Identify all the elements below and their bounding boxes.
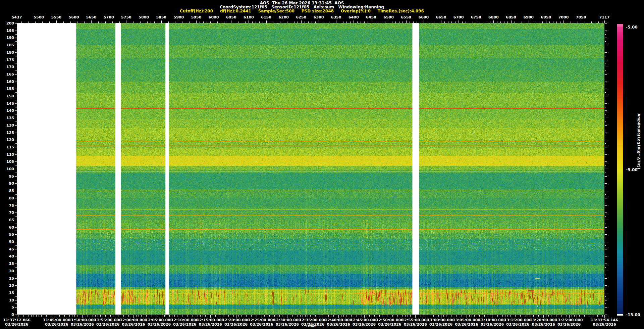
bottom-axis-minor-tick (459, 315, 459, 317)
bottom-axis-minor-tick (572, 315, 572, 317)
top-axis-label: 6300 (310, 15, 327, 19)
bottom-axis-minor-tick (279, 315, 280, 317)
bottom-axis-minor-tick (379, 315, 380, 317)
bottom-axis-minor-tick (408, 315, 408, 317)
top-axis-label: 5850 (153, 15, 170, 19)
right-axis-major-tick (605, 307, 607, 308)
bottom-axis-minor-tick (72, 315, 72, 317)
left-axis-label: 150 (0, 94, 14, 98)
bottom-axis-major-tick (82, 315, 83, 318)
time-axis-label: Time (294, 324, 327, 328)
left-axis-label: 15 (0, 291, 14, 295)
bottom-axis-minor-tick (152, 315, 152, 317)
bottom-axis-minor-tick (487, 315, 487, 317)
top-axis-major-tick (493, 20, 494, 23)
bottom-axis-minor-tick (121, 315, 121, 317)
bottom-axis-minor-tick (98, 315, 98, 317)
right-axis-minor-tick (605, 209, 606, 209)
top-axis-label: 5900 (170, 15, 187, 19)
bottom-axis-minor-tick (298, 315, 298, 317)
bottom-axis-minor-tick (456, 315, 457, 317)
left-axis-label: 20 (0, 283, 14, 288)
bottom-axis-minor-tick (272, 315, 272, 317)
right-axis-major-tick (605, 96, 607, 96)
colorbar-mid-label: -9.00 (626, 168, 638, 172)
bottom-axis-minor-tick (454, 315, 454, 317)
bottom-axis-minor-tick (341, 315, 341, 317)
left-axis-label: 95 (0, 174, 14, 179)
bottom-axis-minor-tick (331, 315, 331, 317)
right-axis-minor-tick (605, 129, 606, 129)
top-axis-major-tick (529, 20, 529, 23)
bottom-axis-minor-tick (556, 315, 556, 317)
right-axis-minor-tick (605, 187, 606, 187)
bottom-axis-major-tick (108, 315, 108, 318)
top-axis-major-tick (546, 20, 546, 23)
top-axis-major-tick (511, 20, 512, 23)
bottom-axis-minor-tick (551, 315, 551, 317)
bottom-axis-minor-tick (113, 315, 113, 317)
bottom-axis-date-label: 03/26/2026 (584, 322, 625, 327)
bottom-axis-minor-tick (88, 315, 88, 317)
bottom-axis-minor-tick (423, 315, 423, 317)
top-axis-major-tick (17, 20, 17, 23)
right-axis-minor-tick (605, 311, 606, 311)
bottom-axis-minor-tick (421, 315, 421, 317)
bottom-axis-minor-tick (100, 315, 101, 317)
bottom-axis-minor-tick (233, 315, 234, 317)
left-axis-label: 190 (0, 36, 14, 40)
top-axis-major-tick (109, 20, 109, 23)
bottom-axis-minor-tick (502, 315, 503, 317)
bottom-axis-minor-tick (177, 315, 177, 317)
bottom-axis-minor-tick (446, 315, 446, 317)
bottom-axis-minor-tick (218, 315, 218, 317)
top-axis-major-tick (231, 20, 231, 23)
bottom-axis-minor-tick (59, 315, 60, 317)
top-axis-label: 6350 (328, 15, 344, 19)
right-axis-minor-tick (605, 245, 606, 246)
right-axis-minor-tick (605, 34, 606, 35)
right-axis-major-tick (605, 23, 607, 23)
right-axis-major-tick (605, 110, 607, 111)
right-axis-minor-tick (605, 70, 606, 71)
top-axis-label: 6650 (433, 15, 449, 19)
right-axis-minor-tick (605, 136, 606, 136)
bottom-axis-minor-tick (367, 315, 367, 317)
bottom-axis-minor-tick (474, 315, 475, 317)
top-axis-label: 6900 (520, 15, 537, 19)
bottom-axis-time-label: 11:37:12.866 (0, 318, 37, 322)
bottom-axis-minor-tick (105, 315, 106, 317)
top-axis-major-tick (319, 20, 319, 23)
top-axis-major-tick (196, 20, 197, 23)
bottom-axis-minor-tick (49, 315, 49, 317)
bottom-axis-major-tick (518, 315, 518, 318)
right-axis-major-tick (605, 264, 607, 264)
right-axis-minor-tick (605, 238, 606, 238)
aos-spectrogram-window: AOS Thu 26 Mar 2026 13:31:45 AOS CoordSy… (0, 0, 644, 329)
right-axis-minor-tick (605, 143, 606, 144)
bottom-axis-minor-tick (500, 315, 500, 317)
bottom-axis-minor-tick (195, 315, 195, 317)
bottom-axis-minor-tick (362, 315, 362, 317)
top-axis-major-tick (406, 20, 407, 23)
top-axis-major-tick (284, 20, 284, 23)
left-axis-label: 130 (0, 123, 14, 128)
bottom-axis-minor-tick (182, 315, 182, 317)
top-axis-major-tick (441, 20, 441, 23)
bottom-axis-minor-tick (449, 315, 449, 317)
right-axis-minor-tick (605, 260, 606, 260)
bottom-axis-major-tick (57, 315, 57, 318)
right-axis-major-tick (605, 234, 607, 235)
bottom-axis-minor-tick (146, 315, 147, 317)
bottom-axis-minor-tick (305, 315, 306, 317)
bottom-axis-minor-tick (190, 315, 190, 317)
bottom-axis-minor-tick (64, 315, 65, 317)
right-axis-major-tick (605, 52, 607, 53)
bottom-axis-minor-tick (238, 315, 239, 317)
right-axis-minor-tick (605, 63, 606, 63)
bottom-axis-minor-tick (29, 315, 29, 317)
colorbar-top-cap (617, 24, 623, 27)
bottom-axis-minor-tick (118, 315, 118, 317)
left-axis-label: 25 (0, 276, 14, 281)
bottom-axis-minor-tick (34, 315, 34, 317)
